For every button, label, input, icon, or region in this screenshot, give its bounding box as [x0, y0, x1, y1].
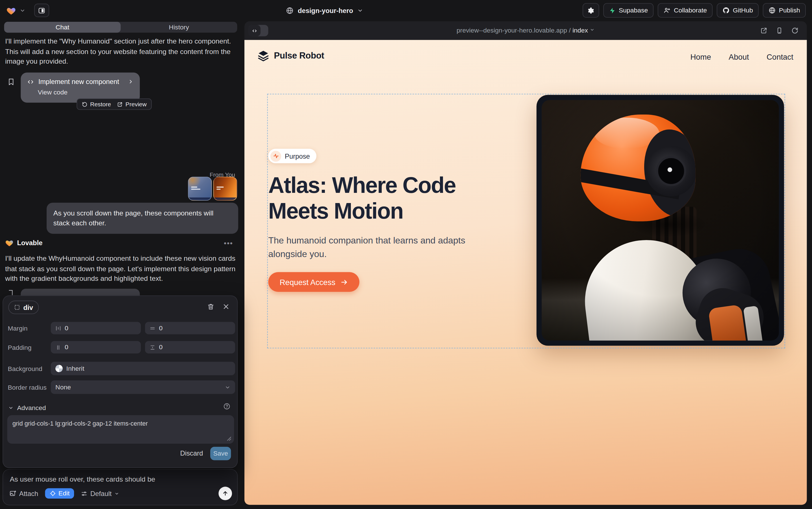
attach-button[interactable]: Attach [9, 489, 38, 497]
workspace-chevron-down-icon[interactable] [20, 8, 26, 13]
github-button[interactable]: GitHub [717, 3, 759, 18]
discard-button[interactable]: Discard [180, 449, 203, 457]
chat-composer[interactable]: As user mouse roll over, these cards sho… [3, 469, 237, 505]
margin-label: Margin [8, 325, 27, 332]
chat-tabs: Chat History [4, 22, 237, 33]
lovable-heart-icon [5, 239, 13, 246]
padding-label: Padding [8, 344, 31, 351]
view-code-link[interactable]: View code [38, 89, 134, 96]
badge-label: Purpose [285, 152, 310, 160]
nav-home[interactable]: Home [690, 52, 711, 61]
bookmark-icon[interactable] [7, 289, 14, 296]
sliders-icon [81, 490, 88, 497]
user-message-bubble: As you scroll down the page, these compo… [47, 203, 238, 234]
border-radius-select[interactable]: None [51, 380, 235, 394]
transparency-swatch-icon [56, 365, 63, 372]
code-icon [27, 79, 34, 85]
tab-history[interactable]: History [121, 22, 237, 33]
publish-globe-icon [769, 7, 776, 14]
hero-heading-line2: Meets Motion [268, 198, 455, 224]
chat-panel: Chat History I'll implement the "Why Hum… [0, 21, 240, 509]
collaborate-label: Collaborate [674, 7, 707, 14]
lovable-logo-icon[interactable] [6, 6, 16, 15]
nav-about[interactable]: About [729, 52, 749, 61]
selected-element-pill[interactable]: div [8, 301, 39, 314]
tool-call-card[interactable]: Implement new component View code [21, 73, 140, 103]
supabase-label: Supabase [619, 7, 648, 14]
tab-chat[interactable]: Chat [4, 22, 121, 33]
publish-button[interactable]: Publish [763, 3, 806, 18]
nav-contact[interactable]: Contact [767, 52, 793, 61]
restore-button[interactable]: Restore [82, 101, 111, 107]
preview-button[interactable]: Preview [117, 101, 147, 107]
margin-vertical-input[interactable] [145, 322, 235, 334]
project-name: design-your-hero [298, 6, 353, 14]
mode-label: Default [90, 489, 112, 497]
restore-label: Restore [90, 101, 111, 107]
preview-url[interactable]: preview--design-your-hero.lovable.app / … [245, 27, 807, 34]
hero-heading: Atlas: Where Code Meets Motion [268, 172, 455, 224]
dashed-box-icon [14, 304, 20, 310]
edit-mode-button[interactable]: Edit [45, 488, 74, 499]
composer-input[interactable]: As user mouse roll over, these cards sho… [10, 475, 230, 483]
tailwind-classes-textarea[interactable]: grid grid-cols-1 lg:grid-cols-2 gap-12 i… [7, 415, 234, 444]
padding-vertical-input[interactable] [145, 341, 235, 353]
github-icon [723, 7, 730, 14]
delete-element-button[interactable] [207, 303, 215, 310]
model-mode-selector[interactable]: Default [81, 489, 119, 497]
target-icon [50, 490, 56, 497]
select-chevron-down-icon [225, 384, 230, 390]
project-switcher[interactable]: design-your-hero [286, 0, 363, 21]
element-tag: div [23, 303, 33, 311]
attachment-thumbnail[interactable] [213, 177, 237, 201]
cta-label: Request Access [280, 278, 335, 286]
close-icon[interactable] [223, 303, 229, 310]
padding-horizontal-input[interactable] [51, 341, 141, 353]
preview-pane: preview--design-your-hero.lovable.app / … [245, 21, 807, 505]
site-logo[interactable]: Pulse Robot [257, 50, 324, 62]
site-brand: Pulse Robot [274, 50, 324, 61]
bookmark-icon[interactable] [7, 78, 15, 86]
background-label: Background [8, 365, 42, 373]
assistant-message: I'll update the WhyHumanoid component to… [5, 253, 236, 284]
assistant-header: Lovable [5, 239, 42, 246]
assistant-name: Lovable [17, 239, 42, 246]
margin-horizontal-icon [56, 325, 61, 331]
settings-button[interactable] [583, 3, 599, 18]
hero-subheading: The humanoid companion that learns and a… [268, 234, 475, 261]
message-menu-ellipsis-icon[interactable]: ••• [224, 239, 233, 247]
site-nav: Home About Contact [690, 52, 793, 61]
padding-horizontal-icon [56, 344, 61, 350]
globe-icon [286, 6, 294, 14]
mobile-view-button[interactable] [776, 27, 783, 34]
preview-label: Preview [125, 101, 147, 107]
chevron-down-icon [114, 491, 119, 496]
hero-heading-line1: Atlas: Where Code [268, 172, 455, 198]
element-inspector-panel: div Margin Padding [3, 296, 237, 468]
attachment-thumbnail[interactable] [188, 177, 212, 201]
open-in-new-tab-button[interactable] [760, 27, 768, 34]
margin-horizontal-input[interactable] [51, 322, 141, 334]
supabase-bolt-icon [609, 7, 616, 14]
collaborate-button[interactable]: Collaborate [658, 3, 712, 18]
refresh-button[interactable] [791, 27, 799, 34]
supabase-button[interactable]: Supabase [603, 3, 654, 18]
padding-vertical-icon [150, 344, 155, 350]
background-input[interactable]: Inherit [51, 362, 235, 375]
request-access-button[interactable]: Request Access [268, 272, 359, 292]
top-bar: design-your-hero Supabase Collaborate [0, 0, 812, 21]
tool-call-title: Implement new component [38, 78, 124, 86]
app-root: design-your-hero Supabase Collaborate [0, 0, 812, 509]
sidebar-toggle-button[interactable] [34, 4, 49, 17]
help-icon[interactable] [223, 403, 230, 410]
send-button[interactable] [218, 487, 232, 500]
preview-site: Pulse Robot Home About Contact Purpose A… [245, 40, 807, 505]
save-button[interactable]: Save [210, 447, 231, 461]
url-separator: / [567, 27, 573, 34]
purpose-badge: Purpose [268, 149, 317, 163]
github-label: GitHub [733, 7, 753, 14]
chevron-down-icon [8, 405, 13, 410]
border-radius-label: Border radius [8, 384, 47, 392]
advanced-disclosure[interactable]: Advanced [8, 404, 46, 412]
resize-grip-icon[interactable] [227, 436, 231, 441]
